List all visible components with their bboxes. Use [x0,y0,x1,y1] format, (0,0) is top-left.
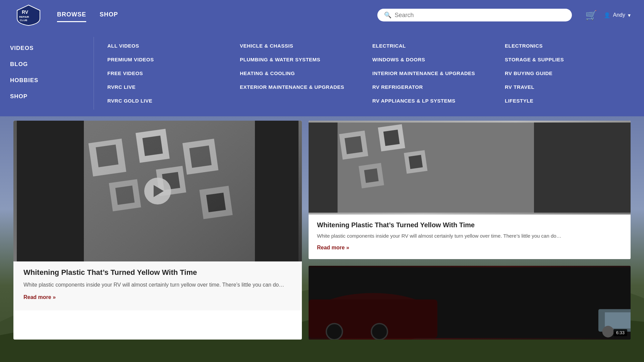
card-right-top: Whitening Plastic That’s Turned Yellow W… [309,121,631,259]
play-button[interactable] [144,178,171,204]
menu-col-4: ELECTRONICS STORAGE & SUPPLIES RV BUYING… [505,40,631,106]
svg-rect-4 [17,121,84,261]
menu-item-interior-maintenance[interactable]: INTERIOR MAINTENANCE & UPGRADES [372,68,498,79]
menu-item-electrical[interactable]: ELECTRICAL [372,40,498,51]
search-icon: 🔍 [384,11,391,19]
menu-item-rvrc-gold-live[interactable]: RVRC GOLD LIVE [107,95,233,106]
card-right-image [309,121,631,215]
card-right-body: Whitening Plastic That’s Turned Yellow W… [309,215,631,259]
cart-icon[interactable]: 🛒 [585,10,597,21]
user-icon: 👤 [604,12,610,18]
card-left-body: Whitening Plastic That’s Turned Yellow W… [13,261,302,310]
svg-rect-21 [344,136,363,154]
menu-item-exterior-maintenance[interactable]: EXTERIOR MAINTENANCE & UPGRADES [240,81,366,93]
card-right-bottom[interactable]: 6:33 [309,266,631,340]
card-right-title: Whitening Plastic That’s Turned Yellow W… [317,221,622,229]
card-right-bottom-image [309,266,631,340]
menu-columns: ALL VIDEOS PREMIUM VIDEOS FREE VIDEOS RV… [94,37,644,110]
card-left-title: Whitening Plastic That’s Turned Yellow W… [23,268,292,277]
sidebar-item-shop[interactable]: SHOP [0,88,94,105]
cards-container: Whitening Plastic That’s Turned Yellow W… [0,107,644,353]
svg-rect-28 [309,123,337,213]
card-left-excerpt: White plastic components inside your RV … [23,281,292,289]
svg-point-33 [326,323,342,340]
menu-item-rv-buying-guide[interactable]: RV BUYING GUIDE [505,68,631,79]
menu-item-vehicle-chassis[interactable]: VEHICLE & CHASSIS [240,40,366,51]
sidebar-item-videos[interactable]: VIDEOS [0,40,94,56]
card-right-read-more[interactable]: Read more » [317,245,349,250]
duration-badge: 6:33 [613,329,627,336]
menu-item-all-videos[interactable]: ALL VIDEOS [107,40,233,51]
play-triangle-icon [154,185,164,197]
menu-item-free-videos[interactable]: FREE VIDEOS [107,68,233,79]
svg-rect-23 [383,130,400,146]
menu-item-storage-supplies[interactable]: STORAGE & SUPPLIES [505,54,631,65]
sidebar-item-hobbies[interactable]: HOBBIES [0,72,94,88]
nav-browse[interactable]: BROWSE [57,11,86,19]
menu-item-electronics[interactable]: ELECTRONICS [505,40,631,51]
menu-item-premium-videos[interactable]: PREMIUM VIDEOS [107,54,233,65]
mega-menu: VIDEOS BLOG HOBBIES SHOP ALL VIDEOS PREM… [0,30,644,116]
svg-rect-25 [364,168,379,183]
svg-text:RV: RV [22,9,29,15]
svg-text:REPAIR: REPAIR [19,15,29,18]
svg-text:CLUB: CLUB [20,19,27,22]
chevron-down-icon: ▾ [628,12,631,18]
menu-item-rvrc-live[interactable]: RVRC LIVE [107,81,233,93]
nav-shop[interactable]: SHOP [100,11,118,19]
card-left-read-more[interactable]: Read more » [23,294,56,300]
svg-point-34 [371,323,387,340]
menu-col-1: ALL VIDEOS PREMIUM VIDEOS FREE VIDEOS RV… [107,40,233,106]
user-name: Andy [613,12,625,18]
svg-rect-5 [255,121,299,261]
svg-rect-29 [534,123,631,213]
menu-sidebar: VIDEOS BLOG HOBBIES SHOP [0,37,94,110]
header: RV REPAIR CLUB BROWSE SHOP 🔍 🛒 👤 Andy ▾ [0,0,644,30]
sidebar-item-blog[interactable]: BLOG [0,56,94,72]
menu-item-windows-doors[interactable]: WINDOWS & DOORS [372,54,498,65]
logo[interactable]: RV REPAIR CLUB [13,3,44,27]
search-input[interactable] [395,12,565,19]
header-actions: 🛒 👤 Andy ▾ [585,10,631,21]
search-wrap: 🔍 [377,9,572,21]
menu-item-plumbing[interactable]: PLUMBING & WATER SYSTEMS [240,54,366,65]
card-video [13,121,302,261]
menu-col-2: VEHICLE & CHASSIS PLUMBING & WATER SYSTE… [240,40,366,106]
menu-col-3: ELECTRICAL WINDOWS & DOORS INTERIOR MAIN… [372,40,498,106]
user-menu[interactable]: 👤 Andy ▾ [604,12,631,18]
menu-item-rv-appliances[interactable]: RV APPLIANCES & LP SYSTEMS [372,95,498,106]
menu-item-heating-cooling[interactable]: HEATING & COOLING [240,68,366,79]
search-box: 🔍 [377,9,572,21]
menu-item-lifestyle[interactable]: LIFESTYLE [505,95,631,106]
svg-rect-27 [409,155,423,169]
menu-item-rv-refrigerator[interactable]: RV REFRIGERATOR [372,81,498,93]
card-right-excerpt: White plastic components inside your RV … [317,232,622,240]
right-col: Whitening Plastic That’s Turned Yellow W… [309,114,637,346]
svg-point-37 [602,326,614,338]
menu-item-rv-travel[interactable]: RV TRAVEL [505,81,631,93]
main-nav: BROWSE SHOP [57,11,118,19]
card-left: Whitening Plastic That’s Turned Yellow W… [13,121,302,340]
